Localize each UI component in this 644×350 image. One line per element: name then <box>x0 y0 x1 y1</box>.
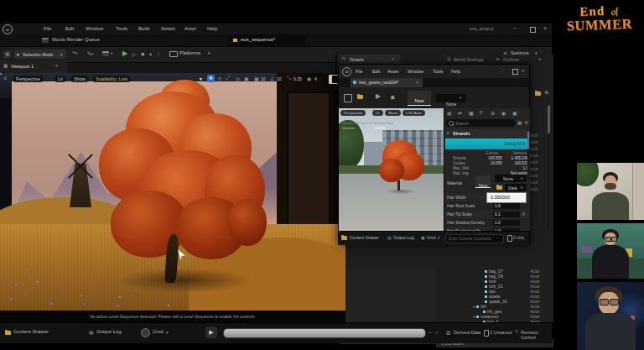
close-icon[interactable]: × <box>522 68 525 73</box>
cmd-button[interactable]: Cmd <box>153 329 164 334</box>
camera-speed-value[interactable]: 4 <box>314 76 317 81</box>
groom-viewport[interactable]: Perspective Lit Show LOD Auto Geom. Debu… <box>339 108 444 231</box>
groom-lit-button[interactable]: Lit <box>372 110 383 116</box>
strands-section-header[interactable]: ▾ Strands <box>444 129 530 138</box>
revision-control-status[interactable]: Revision Control <box>521 330 552 340</box>
sequencer-play-button[interactable]: ▶ <box>205 326 217 338</box>
viewport-scene[interactable]: ≡ Perspective Lit Show Scalability: Low … <box>0 73 345 311</box>
close-icon[interactable]: × <box>543 25 547 31</box>
pin-icon[interactable]: ▤ <box>447 110 452 116</box>
derived-data-status[interactable]: Derived Data <box>454 330 480 335</box>
group-id-bar[interactable]: Group ID 0 <box>445 138 528 149</box>
grid-snap-icon[interactable]: ▦ <box>254 76 259 81</box>
new-simulation-button[interactable]: New <box>408 91 431 106</box>
minimize-icon[interactable]: – <box>513 24 517 30</box>
layers-icon[interactable]: ≡ <box>480 110 483 115</box>
scrollbar-thumb[interactable] <box>548 105 550 133</box>
perspective-button[interactable]: Perspective <box>13 76 44 82</box>
menu-select[interactable]: Select <box>161 26 175 31</box>
sequence-tab[interactable]: eos_sequence* <box>228 34 305 46</box>
hair-shadow-density-input[interactable]: 1.0 <box>493 220 520 226</box>
camera-speed-icon[interactable]: ◉ <box>307 76 311 81</box>
menu-actor[interactable]: Actor <box>184 26 196 31</box>
rotate-tool-icon[interactable]: ↺ <box>217 76 221 81</box>
groom-output-log-button[interactable]: Output Log <box>393 235 414 240</box>
hair-root-scale-input[interactable]: 1.0 <box>493 203 520 209</box>
tab-viewport-1[interactable]: ▦ Viewport 1 × <box>0 60 67 73</box>
scalability-button[interactable]: Scalability: Low <box>92 76 131 82</box>
menu-build[interactable]: Build <box>138 26 149 31</box>
surface-snap-icon[interactable]: ▣ <box>244 76 249 81</box>
unsaved-status[interactable]: 2 Unsaved <box>490 330 512 335</box>
save-icon[interactable] <box>344 94 352 102</box>
add-tab-button[interactable]: + <box>538 56 542 61</box>
output-log-button[interactable]: Output Log <box>96 329 122 334</box>
groom-content-drawer-button[interactable]: Content Drawer <box>350 235 379 240</box>
material-none-dropdown[interactable]: None ▾ <box>495 175 527 182</box>
groom-perspective-button[interactable]: Perspective <box>340 110 366 116</box>
groom-cmd-button[interactable]: Cmd <box>427 235 436 240</box>
minimize-icon[interactable]: – <box>501 67 504 72</box>
sequencer-scrubber[interactable] <box>223 328 426 338</box>
groom-menu-asset[interactable]: Asset <box>387 69 398 74</box>
close-icon[interactable]: × <box>55 63 58 68</box>
scale-tool-icon[interactable]: ⤢ <box>226 76 230 81</box>
more-options-icon[interactable]: ⋮ <box>156 50 161 56</box>
blueprint-icon[interactable]: ✎▾ <box>87 50 93 56</box>
prop-row-hair-shadow-density[interactable]: Hair Shadow Density 1.0 <box>444 219 528 227</box>
world-space-icon[interactable]: ◎ <box>236 76 240 81</box>
caret-down-icon[interactable]: ▾ <box>473 315 475 319</box>
close-icon[interactable]: × <box>416 80 418 85</box>
movie-render-queue-button[interactable]: Movie Render Queue <box>52 37 100 42</box>
recent-menu-icon[interactable]: ▦ <box>3 50 11 58</box>
simulate-stop-button[interactable]: ◼ <box>391 94 395 100</box>
play-button[interactable]: ▶ <box>122 50 127 57</box>
material-new-button[interactable]: New <box>475 175 491 188</box>
menu-edit[interactable]: Edit <box>65 26 74 31</box>
groom-menu-file[interactable]: File <box>356 69 363 74</box>
groom-titlebar[interactable]: u File Edit Asset Window Tools Help – × <box>339 65 529 78</box>
filter-grid-icon[interactable]: ▦ <box>517 120 522 125</box>
scale-snap-icon[interactable]: ⤡ <box>287 76 291 81</box>
share-icon[interactable]: ⇄ <box>458 110 462 116</box>
gear-icon[interactable]: ⚙ <box>491 110 495 116</box>
hair-tip-scale-input[interactable]: 0.1 <box>493 212 520 217</box>
add-actor-icon[interactable]: +▾ <box>72 50 77 55</box>
browse-icon[interactable] <box>357 95 363 99</box>
show-button[interactable]: Show <box>70 76 89 82</box>
browse-icon[interactable] <box>496 185 502 190</box>
move-tool-icon[interactable]: ✚ <box>207 75 215 82</box>
target-icon[interactable]: ◉ <box>501 110 506 116</box>
menu-file[interactable]: File <box>44 26 52 31</box>
groom-lod-button[interactable]: LOD Auto <box>402 110 425 116</box>
details-scrollbar[interactable] <box>527 129 529 180</box>
close-icon[interactable]: × <box>392 56 394 61</box>
reset-icon[interactable]: ↺ <box>522 212 525 217</box>
groom-show-button[interactable]: Show <box>385 110 401 116</box>
groom-unsaved-status[interactable]: 2 Uns <box>513 235 524 240</box>
viewport-options-icon[interactable]: ≡ <box>3 76 7 81</box>
content-drawer-button[interactable]: Content Drawer <box>13 329 49 334</box>
autumn-tree[interactable] <box>92 77 260 287</box>
new-asset-icon[interactable]: ▦ <box>469 110 474 116</box>
settings-gear-icon[interactable]: ⚙ <box>524 120 528 125</box>
prop-row-hair-tip-scale[interactable]: Hair Tip Scale 0.1 ↺ <box>444 211 528 218</box>
gear-icon[interactable]: ⚙ <box>544 89 548 95</box>
cinematics-icon[interactable] <box>102 51 109 56</box>
menu-help[interactable]: Help <box>207 26 217 31</box>
groom-menu-help[interactable]: Help <box>451 69 460 74</box>
skip-button[interactable]: ▷ <box>132 51 137 57</box>
groom-menu-edit[interactable]: Edit <box>372 69 380 74</box>
rotation-snap-icon[interactable]: ∠ <box>270 76 274 81</box>
rotation-snap-value[interactable]: 10 <box>277 76 282 81</box>
maximize-icon[interactable] <box>512 69 518 75</box>
stop-button[interactable]: ◼ <box>141 51 144 56</box>
menu-tools[interactable]: Tools <box>116 26 127 31</box>
caret-down-icon[interactable]: ▾ <box>473 305 475 309</box>
platforms-button[interactable]: Platforms <box>179 50 200 55</box>
simulate-play-button[interactable]: ▶ <box>376 92 381 100</box>
folder-icon[interactable] <box>535 91 541 96</box>
menu-window[interactable]: Window <box>86 26 103 31</box>
groom-menu-tools[interactable]: Tools <box>433 69 443 74</box>
search-input[interactable]: Search <box>446 119 515 127</box>
